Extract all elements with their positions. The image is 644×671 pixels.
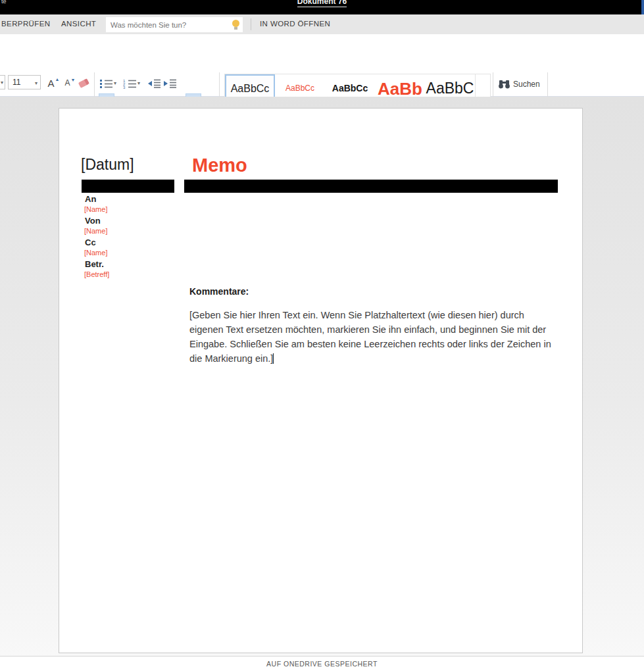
decrease-indent-button[interactable] bbox=[147, 76, 162, 91]
document-page[interactable]: [Datum] Memo An [Name] Von [Name] Cc [Na… bbox=[59, 108, 583, 653]
field-label-von: Von bbox=[85, 216, 101, 226]
document-title[interactable]: Dokument 76 bbox=[0, 0, 644, 6]
outdent-icon bbox=[148, 79, 161, 88]
font-size-input[interactable] bbox=[9, 76, 28, 87]
svg-text:3: 3 bbox=[123, 86, 126, 89]
font-name-combo[interactable]: ▾ bbox=[0, 75, 5, 89]
field-value-an[interactable]: [Name] bbox=[84, 205, 107, 213]
bullets-button[interactable] bbox=[99, 76, 113, 91]
tab-review[interactable]: BERPRÜFEN bbox=[1, 20, 51, 28]
tell-me-search[interactable] bbox=[106, 17, 243, 32]
scrollbar-fragment bbox=[641, 0, 644, 14]
lightbulb-icon bbox=[232, 20, 240, 30]
title-bar: te Dokument 76 bbox=[0, 0, 644, 14]
chevron-down-icon[interactable]: ▾ bbox=[114, 80, 116, 86]
numbering-button[interactable]: 123 bbox=[122, 76, 137, 91]
open-in-word-button[interactable]: IN WORD ÖFFNEN bbox=[260, 20, 330, 28]
numbering-icon: 123 bbox=[123, 78, 137, 89]
body-placeholder-text[interactable]: [Geben Sie hier Ihren Text ein. Wenn Sie… bbox=[189, 308, 555, 366]
field-label-an: An bbox=[85, 194, 96, 204]
binoculars-icon bbox=[499, 80, 510, 89]
field-value-cc[interactable]: [Name] bbox=[84, 249, 107, 257]
grow-font-button[interactable]: A▲ bbox=[45, 75, 62, 91]
memo-title[interactable]: Memo bbox=[192, 155, 247, 176]
tab-view[interactable]: ANSICHT bbox=[61, 20, 96, 28]
date-placeholder[interactable]: [Datum] bbox=[81, 156, 134, 174]
black-bar-right bbox=[184, 180, 558, 193]
comments-label: Kommentare: bbox=[189, 286, 249, 297]
ribbon: ▾ ▾ A▲ A▼ x2 x2 ab▾ A▾ chriftart ▾ 123 ▾ bbox=[0, 34, 644, 97]
save-status-text: AUF ONEDRIVE GESPEICHERT bbox=[266, 660, 378, 668]
bullets-icon bbox=[99, 78, 113, 89]
ribbon-tab-row: BERPRÜFEN ANSICHT IN WORD ÖFFNEN bbox=[0, 14, 644, 34]
field-value-betreff[interactable]: [Betreff] bbox=[84, 270, 109, 278]
shrink-font-button[interactable]: A▼ bbox=[62, 75, 77, 91]
divider bbox=[251, 18, 251, 30]
eraser-icon bbox=[78, 78, 89, 88]
find-button[interactable]: Suchen bbox=[499, 76, 540, 92]
indent-icon bbox=[164, 79, 177, 88]
clear-formatting-button[interactable] bbox=[76, 75, 91, 91]
font-size-combo[interactable]: ▾ bbox=[8, 75, 41, 89]
chevron-down-icon[interactable]: ▾ bbox=[137, 80, 140, 86]
tell-me-input[interactable] bbox=[111, 21, 232, 29]
field-label-cc: Cc bbox=[85, 237, 96, 247]
field-label-betr: Betr. bbox=[85, 259, 104, 269]
chevron-down-icon: ▾ bbox=[1, 80, 3, 86]
increase-indent-button[interactable] bbox=[163, 76, 178, 91]
black-bar-left bbox=[82, 180, 174, 193]
document-canvas: [Datum] Memo An [Name] Von [Name] Cc [Na… bbox=[0, 97, 644, 656]
field-value-von[interactable]: [Name] bbox=[84, 227, 107, 235]
status-bar: AUF ONEDRIVE GESPEICHERT bbox=[0, 656, 644, 671]
chevron-down-icon: ▾ bbox=[35, 80, 37, 86]
text-cursor bbox=[273, 353, 274, 364]
